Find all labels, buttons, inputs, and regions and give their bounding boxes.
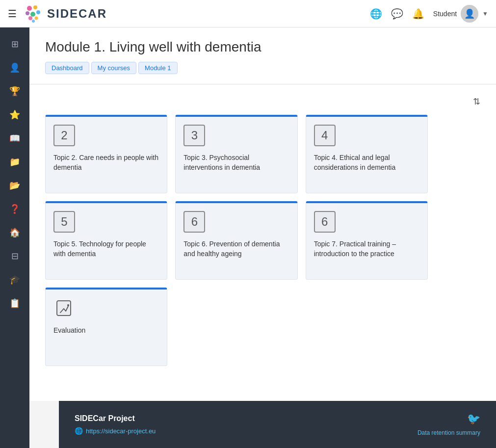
navbar: ☰ SIDECAR 🌐 💬 🔔 Student 👤 ▼ xyxy=(0,0,496,27)
sort-control: ⇅ xyxy=(45,96,480,107)
topic-card-5[interactable]: 5 Topic 5. Technology for people with de… xyxy=(45,201,167,280)
svg-rect-8 xyxy=(57,301,71,316)
sidebar-item-folder2[interactable]: 📂 xyxy=(3,175,26,196)
content-area: ⇅ 2 Topic 2. Care needs in people with d… xyxy=(29,84,496,401)
sidebar-item-dashboard[interactable]: 🏠 xyxy=(3,222,26,243)
chat-icon[interactable]: 💬 xyxy=(391,8,403,20)
sidebar-item-graduation[interactable]: 🎓 xyxy=(3,269,26,290)
svg-point-4 xyxy=(26,11,29,15)
sort-icon[interactable]: ⇅ xyxy=(473,96,480,107)
topic-number-6a: 6 xyxy=(183,211,205,233)
topic-number-4: 4 xyxy=(314,125,336,146)
sidebar-item-profile[interactable]: 👤 xyxy=(3,57,26,79)
logo: SIDECAR xyxy=(23,3,107,24)
topic-card-2[interactable]: 2 Topic 2. Care needs in people with dem… xyxy=(45,115,167,193)
footer: SIDECar Project 🌐 https://sidecar-projec… xyxy=(59,401,496,448)
topic-card-7[interactable]: 6 Topic 7. Practical training – introduc… xyxy=(306,201,428,280)
footer-link[interactable]: 🌐 https://sidecar-project.eu xyxy=(75,427,156,435)
svg-point-9 xyxy=(67,304,69,306)
hamburger-menu[interactable]: ☰ xyxy=(8,8,17,20)
brand-name: SIDECAR xyxy=(47,7,107,21)
topic-number-2: 2 xyxy=(53,125,75,146)
twitter-icon[interactable]: 🐦 xyxy=(467,413,480,425)
topic-card-3[interactable]: 3 Topic 3. Psychosocial interventions in… xyxy=(175,115,297,193)
footer-brand: SIDECar Project xyxy=(75,414,156,423)
breadcrumb-mycourses[interactable]: My courses xyxy=(91,62,136,74)
sidebar-item-help[interactable]: ❓ xyxy=(3,198,26,220)
svg-point-3 xyxy=(30,12,35,17)
navbar-right: 🌐 💬 🔔 Student 👤 ▼ xyxy=(370,5,488,23)
svg-point-2 xyxy=(36,10,40,14)
breadcrumb: Dashboard My courses Module 1 xyxy=(45,62,480,74)
topic-number-6b: 6 xyxy=(314,211,336,233)
svg-point-0 xyxy=(27,6,32,11)
footer-link-text: https://sidecar-project.eu xyxy=(86,427,156,435)
dropdown-arrow: ▼ xyxy=(482,10,488,17)
sidebar-item-reports[interactable]: 📋 xyxy=(3,292,26,314)
topic-card-eval[interactable]: Evaluation xyxy=(45,288,167,366)
eval-icon xyxy=(53,297,75,319)
footer-globe-icon: 🌐 xyxy=(75,427,83,435)
globe-icon[interactable]: 🌐 xyxy=(370,8,382,20)
sidebar-item-achievements[interactable]: 🏆 xyxy=(3,80,26,102)
sidebar-item-favorites[interactable]: ⭐ xyxy=(3,104,26,126)
topic-text-eval: Evaluation xyxy=(53,326,159,336)
topic-number-3: 3 xyxy=(183,125,205,146)
breadcrumb-module1[interactable]: Module 1 xyxy=(138,62,177,74)
topic-text-7: Topic 7. Practical training – introducti… xyxy=(314,239,419,259)
logo-icon xyxy=(23,3,43,24)
topic-number-5: 5 xyxy=(53,211,75,233)
breadcrumb-dashboard[interactable]: Dashboard xyxy=(45,62,89,74)
user-menu[interactable]: Student 👤 ▼ xyxy=(433,5,488,23)
svg-point-1 xyxy=(33,5,37,9)
sidebar-item-folder1[interactable]: 📁 xyxy=(3,151,26,173)
sidebar-item-grid[interactable]: ⊟ xyxy=(3,245,26,267)
footer-bottom: SIDECar Project 🌐 https://sidecar-projec… xyxy=(75,413,480,436)
topic-card-6[interactable]: 6 Topic 6. Prevention of dementia and he… xyxy=(175,201,297,280)
topic-text-6: Topic 6. Prevention of dementia and heal… xyxy=(183,239,289,259)
main-wrapper: Module 1. Living well with dementia Dash… xyxy=(29,27,496,448)
svg-point-7 xyxy=(32,20,35,23)
svg-point-5 xyxy=(28,16,32,20)
sidebar: ⊞ 👤 🏆 ⭐ 📖 📁 📂 ❓ 🏠 ⊟ 🎓 📋 xyxy=(0,27,29,448)
footer-right: 🐦 Data retention summary xyxy=(418,413,480,436)
avatar: 👤 xyxy=(461,5,478,23)
topic-text-5: Topic 5. Technology for people with deme… xyxy=(53,239,159,259)
topic-text-2: Topic 2. Care needs in people with demen… xyxy=(53,153,159,172)
svg-point-6 xyxy=(35,16,38,20)
data-retention-link[interactable]: Data retention summary xyxy=(418,429,480,436)
topic-text-3: Topic 3. Psychosocial interventions in d… xyxy=(183,153,289,172)
topic-grid: 2 Topic 2. Care needs in people with dem… xyxy=(45,115,428,366)
footer-left: SIDECar Project 🌐 https://sidecar-projec… xyxy=(75,414,156,435)
topic-text-4: Topic 4. Ethical and legal consideration… xyxy=(314,153,419,172)
page-title: Module 1. Living well with dementia xyxy=(45,39,480,55)
sidebar-item-book[interactable]: 📖 xyxy=(3,128,26,149)
sidebar-item-home[interactable]: ⊞ xyxy=(3,33,26,55)
username-label: Student xyxy=(433,10,457,18)
topic-card-4[interactable]: 4 Topic 4. Ethical and legal considerati… xyxy=(306,115,428,193)
bell-icon[interactable]: 🔔 xyxy=(412,8,424,20)
page-header: Module 1. Living well with dementia Dash… xyxy=(29,27,496,84)
